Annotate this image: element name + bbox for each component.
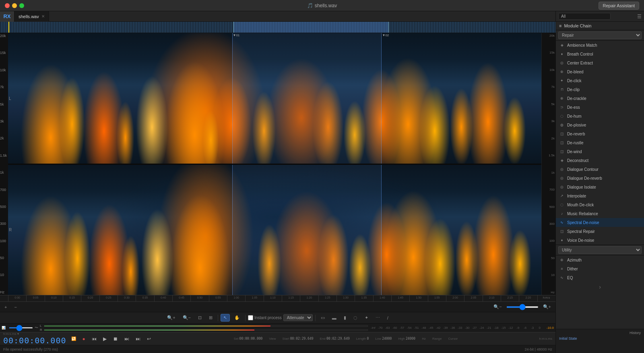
tab-close-icon[interactable]: ✕ [41, 14, 45, 19]
minimize-button[interactable] [12, 3, 17, 8]
select-tool[interactable]: ↖ [221, 314, 230, 322]
module-chain-button[interactable]: ≡ Module Chain [556, 22, 644, 30]
module-label: De-plosive [567, 123, 586, 127]
record-button[interactable]: ● [81, 335, 87, 343]
module-spectral-repair[interactable]: ◫ Spectral Repair [556, 227, 644, 236]
hand-tool[interactable]: ✋ [231, 314, 243, 322]
play-button[interactable]: ▶ [101, 335, 108, 343]
zoom-slider[interactable] [506, 306, 539, 308]
module-de-clip[interactable]: ⊓ De-clip [556, 85, 644, 94]
zoom-out-tool[interactable]: 🔍− [180, 314, 194, 322]
module-chain-label: Module Chain [564, 23, 591, 28]
module-azimuth[interactable]: ⊕ Azimuth [556, 255, 644, 264]
module-de-rustle[interactable]: ◫ De-rustle [556, 138, 644, 147]
module-de-reverb[interactable]: ◫ De-reverb [556, 129, 644, 138]
module-label: De-reverb [567, 132, 585, 136]
sel-info: Sel 00:00:00.000 [234, 337, 263, 341]
zoom-in-v-button[interactable]: + [2, 303, 10, 311]
meter-scale: -Inf -70 -63 -60 -57 -54 -51 -48 -45 -42… [369, 326, 543, 330]
zoom-out-v-button[interactable]: − [11, 303, 19, 311]
rect-select-tool[interactable]: ▭ [318, 314, 328, 322]
ambience-match-icon: ◈ [559, 42, 565, 48]
meter-L-fill [44, 326, 270, 326]
module-interpolate[interactable]: ↗ Interpolate [556, 191, 644, 200]
tabs-bar: RX shells.wav ✕ [0, 11, 555, 22]
stop-button[interactable]: ⏹ [111, 335, 120, 343]
channels-container: 20k 15k 10k 7k 5k 3k 2k 1.5k 1k 700 500 … [0, 33, 555, 295]
module-de-wind[interactable]: ◫ De-wind [556, 147, 644, 156]
module-label: De-wind [567, 150, 582, 154]
tool-divider-3 [315, 315, 316, 321]
freq-scale-right: 20k 15k 10k 7k 5k 3k 2k 1.5k 1k 700 500 … [541, 33, 555, 295]
module-label: Interpolate [567, 194, 586, 198]
fit-tool[interactable]: ⊡ [195, 314, 204, 322]
module-de-bleed[interactable]: ⊕ De-bleed [556, 67, 644, 76]
module-ambience-match[interactable]: ◈ Ambience Match [556, 41, 644, 50]
category-select[interactable]: Repair Utility [558, 31, 642, 39]
repair-assistant-button[interactable]: Repair Assistant [599, 2, 639, 10]
loop2-button[interactable]: ↩ [145, 335, 153, 343]
zoom-out-h-button[interactable]: 🔍− [491, 303, 504, 311]
history-item-initial[interactable]: Initial State [559, 336, 641, 341]
utility-category-select[interactable]: Utility [558, 246, 642, 254]
channel-R[interactable]: R [8, 165, 541, 295]
titlebar: 🎵 shells.wav Repair Assistant [0, 0, 644, 11]
volume-slider[interactable] [9, 327, 33, 328]
module-center-extract[interactable]: ◎ Center Extract [556, 58, 644, 67]
module-search-input[interactable] [558, 13, 611, 20]
time-select-tool[interactable]: ▬ [329, 314, 339, 322]
overview-waveform[interactable] [0, 22, 555, 33]
module-deconstruct[interactable]: ◈ Deconstruct [556, 156, 644, 165]
module-music-rebalance[interactable]: ♪ Music Rebalance [556, 209, 644, 218]
close-button[interactable] [5, 3, 10, 8]
magic-wand-tool[interactable]: ✦ [362, 314, 371, 322]
attenuation-select[interactable]: Attenuate [283, 314, 313, 321]
skip-end-button[interactable]: ⏭ [134, 335, 142, 343]
pencil-tool[interactable]: / [384, 314, 391, 322]
module-eq[interactable]: ∿ EQ [556, 273, 644, 282]
spectrogram-area[interactable]: 20k 15k 10k 7k 5k 3k 2k 1.5k 1k 700 500 … [0, 33, 555, 295]
freq-select-tool[interactable]: ▮ [341, 314, 349, 322]
module-dither[interactable]: ≡ Dither [556, 264, 644, 273]
zoom-in-tool[interactable]: 🔍+ [164, 314, 178, 322]
module-dialogue-contour[interactable]: ◎ Dialogue Contour [556, 165, 644, 174]
module-mouth-de-click[interactable]: ◌ Mouth De-click [556, 200, 644, 209]
maximize-button[interactable] [19, 3, 24, 8]
module-label: Breath Control [567, 52, 593, 56]
expand-button[interactable]: › [599, 284, 601, 290]
overview-playhead [8, 22, 9, 33]
module-dialogue-isolate[interactable]: ◎ Dialogue Isolate [556, 183, 644, 191]
loop-button[interactable]: 🔁 [70, 336, 78, 342]
module-de-click[interactable]: ✦ De-click [556, 76, 644, 85]
module-breath-control[interactable]: ♦ Breath Control [556, 50, 644, 58]
de-wind-icon: ◫ [559, 149, 565, 154]
module-de-plosive[interactable]: ◍ De-plosive [556, 120, 644, 129]
channel-L[interactable]: L ▼01 ▼02 [8, 33, 541, 164]
zoom-all-tool[interactable]: ⊞ [206, 314, 215, 322]
fast-forward-button[interactable]: ⏭ [123, 335, 131, 343]
meter-L: L [40, 324, 368, 328]
module-voice-de-noise[interactable]: ♦ Voice De-noise [556, 236, 644, 245]
timecode-section: h:m:s.ms ▾ 00:00:00.000 [3, 332, 66, 345]
instant-process-checkbox[interactable]: Instant process [248, 315, 282, 320]
module-label: De-click [567, 79, 582, 83]
file-tab[interactable]: shells.wav ✕ [14, 11, 49, 22]
rewind-button[interactable]: ⏮ [90, 335, 98, 343]
module-de-ess[interactable]: ⊃ De-ess [556, 103, 644, 112]
module-dialogue-de-reverb[interactable]: ◎ Dialogue De-reverb [556, 174, 644, 183]
right-menu-button[interactable]: ☰ [637, 14, 642, 19]
length-info: Length 0 [356, 337, 369, 341]
timecode-format-label: h:m:s.ms ▾ [3, 332, 66, 336]
module-de-hum[interactable]: ◌ De-hum [556, 112, 644, 120]
instant-process-check[interactable] [248, 315, 253, 320]
module-label: De-hum [567, 114, 582, 118]
de-hum-icon: ◌ [559, 113, 565, 119]
lasso-tool[interactable]: ◌ [351, 314, 360, 322]
module-de-crackle[interactable]: ⊕ De-crackle [556, 94, 644, 103]
de-reverb-icon: ◫ [559, 131, 565, 137]
brushstroke-tool[interactable]: ⋯ [373, 314, 383, 322]
module-spectral-de-noise[interactable]: ∿ Spectral De-noise [556, 218, 644, 227]
zoom-in-h-button[interactable]: 🔍+ [540, 303, 554, 311]
de-rustle-icon: ◫ [559, 140, 565, 145]
meter-R: R [40, 328, 368, 332]
